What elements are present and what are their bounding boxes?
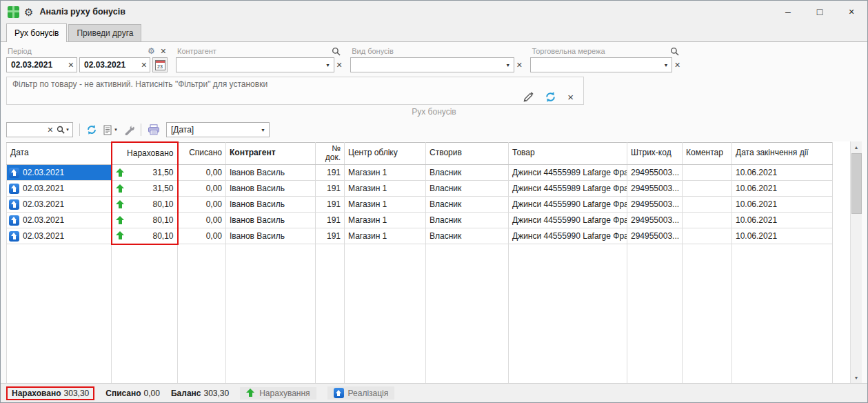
trade-network-clear-icon[interactable]: ×: [674, 60, 680, 70]
titlebar: ⚙ Аналіз руху бонусів – □ ×: [1, 1, 867, 23]
trade-network-search-icon[interactable]: [670, 47, 679, 56]
accrued-cell: 31,50: [112, 181, 178, 197]
table-row[interactable]: 02.03.2021 31,50 0,00 Іванов Василь 191 …: [7, 181, 833, 197]
status-balance-label: Баланс: [171, 389, 201, 398]
col-header-expiry[interactable]: Дата закінчення дії: [732, 142, 833, 165]
scroll-down-icon[interactable]: ▼: [851, 372, 862, 383]
accrued-value: 31,50: [128, 168, 174, 177]
trade-network-select[interactable]: ▼: [530, 57, 672, 72]
date-cell[interactable]: 02.03.2021: [7, 165, 112, 181]
accrued-value: 80,10: [128, 231, 174, 241]
col-header-written-off[interactable]: Списано: [178, 142, 226, 165]
table-search-input[interactable]: × ▼: [6, 122, 73, 137]
expiry-date-cell: 10.06.2021: [732, 228, 833, 244]
date-cell[interactable]: 02.03.2021: [7, 228, 112, 244]
col-header-center[interactable]: Центр обліку: [345, 142, 426, 165]
counterparty-clear-icon[interactable]: ×: [336, 60, 342, 70]
product-filter-panel: Фільтр по товару - не активний. Натисніт…: [6, 77, 584, 105]
search-icon[interactable]: ▼: [57, 126, 70, 134]
table-row[interactable]: 02.03.2021 80,10 0,00 Іванов Василь 191 …: [7, 228, 833, 244]
app-gear-icon[interactable]: ⚙: [24, 7, 33, 17]
col-header-comment[interactable]: Коментар: [683, 142, 732, 165]
accounting-center-cell: Магазин 1: [345, 181, 426, 197]
table-body: 02.03.2021 31,50 0,00 Іванов Василь 191 …: [7, 165, 833, 383]
period-label: Період: [8, 47, 32, 55]
group-by-select[interactable]: [Дата] ▼: [166, 122, 270, 137]
chevron-down-icon: ▼: [660, 63, 672, 68]
close-button[interactable]: ×: [836, 1, 867, 23]
doc-no-cell: 191: [316, 213, 345, 228]
col-header-counterparty[interactable]: Контрагент: [226, 142, 316, 165]
date-from-clear-icon[interactable]: ×: [68, 60, 74, 70]
col-header-product[interactable]: Товар: [509, 142, 627, 165]
content-area: Період ⚙ × 02.03.2021 × 02.03.2021 ×: [1, 42, 867, 383]
date-value: 02.03.2021: [23, 215, 64, 225]
settings-wrench-icon[interactable]: [124, 125, 134, 135]
table-row[interactable]: 02.03.2021 80,10 0,00 Іванов Василь 191 …: [7, 213, 833, 228]
doc-no-cell: 191: [316, 228, 345, 244]
col-header-date[interactable]: Дата: [7, 142, 112, 165]
minimize-button[interactable]: –: [772, 1, 804, 23]
counterparty-search-icon[interactable]: [332, 47, 341, 56]
app-window: ⚙ Аналіз руху бонусів – □ × Рух бонусів …: [0, 0, 868, 403]
edit-filter-icon[interactable]: [522, 91, 534, 103]
maximize-button[interactable]: □: [804, 1, 836, 23]
print-icon[interactable]: [148, 124, 160, 135]
period-gear-icon[interactable]: ⚙: [148, 46, 155, 56]
date-cell[interactable]: 02.03.2021: [7, 181, 112, 197]
legend-accrual[interactable]: Нарахування: [240, 387, 316, 400]
clear-product-filter-icon[interactable]: ×: [567, 92, 574, 102]
accrual-arrow-icon: [116, 231, 125, 240]
tab-refer-friend[interactable]: Приведи друга: [68, 24, 141, 41]
filters-row: Період ⚙ × 02.03.2021 × 02.03.2021 ×: [6, 46, 862, 73]
table-row[interactable]: 02.03.2021 80,10 0,00 Іванов Василь 191 …: [7, 197, 833, 213]
written-off-cell: 0,00: [178, 181, 226, 197]
toolbar-separator: [79, 124, 80, 136]
accounting-center-cell: Магазин 1: [345, 165, 426, 181]
product-cell: Джинси 44555990 Lafarge Фра...: [509, 228, 627, 244]
date-cell[interactable]: 02.03.2021: [7, 213, 112, 228]
written-off-cell: 0,00: [178, 213, 226, 228]
date-value: 02.03.2021: [23, 184, 64, 193]
col-header-barcode[interactable]: Штрих-код: [627, 142, 683, 165]
table-header-row: Дата Нараховано Списано Контрагент № док…: [7, 142, 833, 165]
date-to-input[interactable]: 02.03.2021 ×: [79, 57, 150, 72]
counterparty-cell: Іванов Василь: [226, 213, 316, 228]
table-row[interactable]: 02.03.2021 31,50 0,00 Іванов Василь 191 …: [7, 165, 833, 181]
status-balance-total: Баланс 303,30: [171, 389, 229, 398]
counterparty-cell: Іванов Василь: [226, 197, 316, 213]
refresh-table-icon[interactable]: [86, 124, 97, 135]
counterparty-select[interactable]: ▼: [176, 57, 334, 72]
accrued-value: 80,10: [128, 215, 174, 225]
chevron-down-icon: ▼: [322, 63, 334, 68]
counterparty-cell: Іванов Василь: [226, 165, 316, 181]
status-written-off-total: Списано 0,00: [105, 389, 160, 398]
col-header-created-by[interactable]: Створив: [426, 142, 509, 165]
bonus-type-select[interactable]: ▼: [350, 57, 514, 72]
refresh-filter-icon[interactable]: [545, 91, 556, 103]
date-from-input[interactable]: 02.03.2021 ×: [6, 57, 77, 72]
date-cell[interactable]: 02.03.2021: [7, 197, 112, 213]
period-clear-icon[interactable]: ×: [161, 46, 166, 56]
product-filter-text: Фільтр по товару - не активний. Натисніт…: [12, 79, 578, 89]
export-document-icon[interactable]: ▼: [103, 125, 118, 135]
col-header-doc-no[interactable]: № док.: [316, 142, 345, 165]
bonus-type-clear-icon[interactable]: ×: [516, 60, 522, 70]
search-clear-icon[interactable]: ×: [48, 125, 53, 135]
window-title: Аналіз руху бонусів: [39, 7, 125, 17]
scrollbar-thumb[interactable]: [851, 153, 862, 214]
date-to-clear-icon[interactable]: ×: [141, 60, 147, 70]
chevron-down-icon: ▼: [114, 128, 118, 132]
status-accrued-value: 303,30: [64, 389, 90, 398]
col-header-accrued[interactable]: Нараховано: [112, 142, 178, 165]
scroll-up-icon[interactable]: ▲: [851, 141, 862, 153]
legend-realization[interactable]: Реалізація: [327, 386, 395, 400]
vertical-scrollbar[interactable]: ▲ ▼: [850, 141, 862, 383]
chevron-down-icon: ▼: [65, 128, 70, 132]
accounting-center-cell: Магазин 1: [345, 213, 426, 228]
tab-bonus-movement[interactable]: Рух бонусів: [6, 23, 67, 42]
calendar-button[interactable]: 23: [152, 57, 168, 72]
grid-toolbar: × ▼ ▼ [Дата] ▼: [6, 121, 862, 139]
status-balance-value: 303,30: [204, 389, 230, 398]
realization-row-icon: [9, 231, 19, 242]
